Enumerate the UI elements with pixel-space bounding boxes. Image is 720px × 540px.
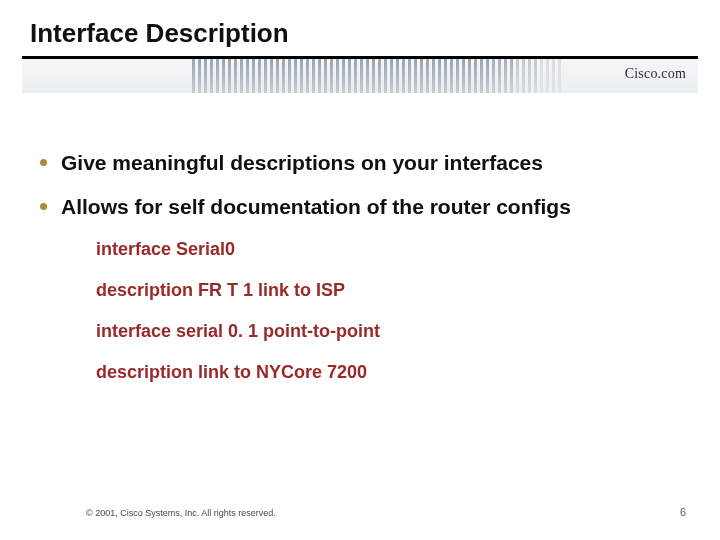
- bullet-dot-icon: [40, 159, 47, 166]
- code-line: interface Serial0: [96, 239, 680, 260]
- bullet-item: Give meaningful descriptions on your int…: [40, 150, 680, 176]
- bullet-dot-icon: [40, 203, 47, 210]
- code-line: interface serial 0. 1 point-to-point: [96, 321, 680, 342]
- slide-title: Interface Description: [30, 18, 289, 49]
- footer-copyright: © 2001, Cisco Systems, Inc. All rights r…: [86, 508, 276, 518]
- content-area: Give meaningful descriptions on your int…: [40, 150, 680, 403]
- bullet-item: Allows for self documentation of the rou…: [40, 194, 680, 220]
- tick-pattern: [192, 59, 592, 93]
- code-line: description link to NYCore 7200: [96, 362, 680, 383]
- code-block: interface Serial0 description FR T 1 lin…: [96, 239, 680, 383]
- page-number: 6: [680, 506, 686, 518]
- brand-text: Cisco.com: [625, 66, 686, 82]
- slide: Interface Description Cisco.com Give mea…: [0, 0, 720, 540]
- code-line: description FR T 1 link to ISP: [96, 280, 680, 301]
- header-band: [22, 59, 698, 93]
- bullet-text: Give meaningful descriptions on your int…: [61, 150, 543, 176]
- bullet-text: Allows for self documentation of the rou…: [61, 194, 571, 220]
